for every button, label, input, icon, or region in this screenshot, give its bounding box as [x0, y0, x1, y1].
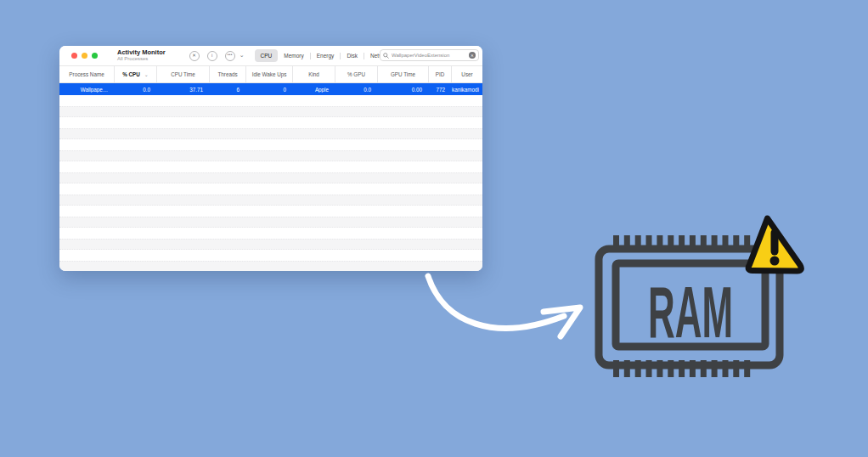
search-input[interactable]: WallpaperVideoExtension ✕	[380, 49, 479, 61]
inspect-process-button[interactable]: i	[207, 51, 217, 61]
empty-table-row	[59, 228, 482, 239]
column-header-process-name[interactable]: Process Name	[59, 66, 115, 82]
empty-table-row	[59, 128, 482, 139]
window-toolbar: Activity Monitor All Processes ✕i•••⌄ CP…	[59, 46, 482, 66]
column-header--cpu[interactable]: % CPU⌄	[115, 66, 157, 82]
tab-memory[interactable]: Memory	[278, 49, 309, 62]
tab-disk[interactable]: Disk	[341, 49, 364, 62]
column-header-threads[interactable]: Threads	[210, 66, 246, 82]
column-header-idle-wake-ups[interactable]: Idle Wake Ups	[246, 66, 293, 82]
empty-table-row	[59, 217, 482, 228]
empty-table-row	[59, 95, 482, 106]
traffic-lights	[71, 53, 98, 59]
selected-row-cell: 0.0	[335, 87, 378, 93]
page-background: Activity Monitor All Processes ✕i•••⌄ CP…	[0, 0, 868, 457]
selected-row-cell: 772	[429, 87, 452, 93]
empty-table-row	[59, 183, 482, 195]
tab-cpu[interactable]: CPU	[255, 49, 279, 62]
empty-table-row	[59, 161, 482, 172]
empty-table-row	[59, 172, 482, 183]
more-options-button[interactable]: •••	[225, 51, 235, 61]
toolbar-buttons: ✕i•••⌄	[189, 51, 245, 61]
selected-row-cell: 0.00	[378, 87, 429, 93]
column-header--gpu[interactable]: % GPU	[335, 66, 378, 82]
search-icon	[383, 53, 389, 59]
sort-chevron-icon: ⌄	[144, 71, 149, 77]
selected-row-cell: kanikamodi	[452, 87, 482, 93]
column-header-gpu-time[interactable]: GPU Time	[378, 66, 429, 82]
table-body	[59, 95, 482, 271]
selected-row-cell: Wallpape…	[59, 87, 115, 93]
chevron-down-icon: ⌄	[240, 52, 245, 59]
ram-chip-illustration: RAM	[569, 204, 834, 391]
search-value: WallpaperVideoExtension	[392, 53, 469, 58]
column-header-pid[interactable]: PID	[429, 66, 452, 82]
warning-triangle-icon	[748, 218, 801, 271]
search-clear-button[interactable]: ✕	[469, 52, 476, 59]
empty-table-row	[59, 117, 482, 128]
window-subtitle: All Processes	[117, 56, 166, 61]
empty-table-row	[59, 106, 482, 117]
window-title-block: Activity Monitor All Processes	[117, 49, 166, 61]
selected-row-cell: 37.71	[157, 87, 210, 93]
window-title: Activity Monitor	[117, 49, 166, 56]
column-header-user[interactable]: User	[452, 66, 482, 82]
empty-table-row	[59, 139, 482, 150]
empty-table-row	[59, 195, 482, 206]
selected-row-cell: 0	[246, 87, 293, 93]
empty-table-row	[59, 239, 482, 250]
selected-row-cell: 6	[210, 87, 246, 93]
ram-label: RAM	[648, 271, 733, 353]
zoom-button[interactable]	[92, 53, 98, 59]
tab-energy[interactable]: Energy	[311, 49, 341, 62]
activity-monitor-window: Activity Monitor All Processes ✕i•••⌄ CP…	[59, 46, 482, 271]
selected-row-cell: 0.0	[115, 87, 157, 93]
selected-process-row[interactable]: Wallpape…0.037.7160Apple0.00.00772kanika…	[59, 83, 482, 95]
close-button[interactable]	[71, 53, 77, 59]
column-header-cpu-time[interactable]: CPU Time	[157, 66, 210, 82]
view-tabs: CPUMemoryEnergyDiskNetwork	[255, 49, 397, 62]
minimize-button[interactable]	[82, 53, 87, 59]
selected-row-cell: Apple	[293, 87, 335, 93]
column-header-kind[interactable]: Kind	[293, 66, 335, 82]
table-header: Process Name% CPU⌄CPU TimeThreadsIdle Wa…	[59, 66, 482, 83]
empty-table-row	[59, 206, 482, 217]
empty-table-row	[59, 150, 482, 161]
quit-process-button[interactable]: ✕	[189, 51, 200, 61]
